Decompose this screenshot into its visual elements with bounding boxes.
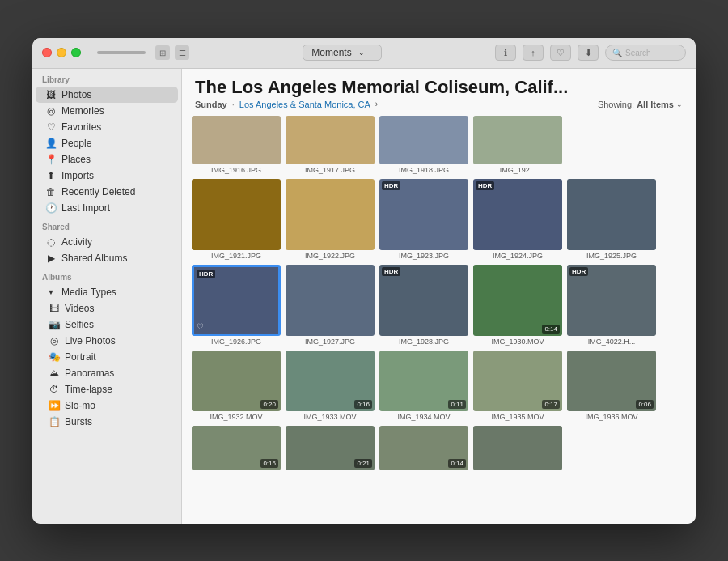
info-icon: ℹ (504, 48, 507, 58)
search-box[interactable]: 🔍 Search (605, 45, 686, 61)
showing-value[interactable]: All Items (637, 100, 674, 109)
photo-thumb[interactable]: HDR (473, 179, 562, 250)
shared-albums-icon: ▶ (45, 253, 57, 264)
photo-thumb[interactable] (473, 426, 562, 470)
sidebar-item-label: Media Types (61, 287, 116, 298)
sidebar-item-videos[interactable]: 🎞 Videos (36, 300, 178, 317)
heart-icon: ♡ (557, 48, 565, 58)
photo-thumb[interactable] (286, 265, 375, 336)
photo-label: IMG_1922.JPG (305, 252, 355, 260)
sidebar-item-selfies[interactable]: 📷 Selfies (36, 317, 178, 333)
import-button[interactable]: ⬇ (578, 45, 599, 61)
sidebar-item-people[interactable]: 👤 People (36, 135, 178, 151)
search-placeholder: Search (625, 49, 651, 57)
photo-thumb[interactable] (192, 116, 281, 164)
chevron-down-icon: ⌄ (358, 49, 365, 57)
photo-cell: HDR IMG_1924.JPG (473, 179, 562, 260)
photo-cell: IMG_1917.JPG (286, 116, 375, 174)
photo-thumb[interactable]: 0:14 (473, 265, 562, 336)
sidebar-item-activity[interactable]: ◌ Activity (36, 234, 178, 250)
sidebar-item-panoramas[interactable]: ⛰ Panoramas (36, 365, 178, 381)
info-button[interactable]: ℹ (495, 45, 516, 61)
panoramas-icon: ⛰ (49, 368, 60, 379)
sidebar-item-live-photos[interactable]: ◎ Live Photos (36, 333, 178, 349)
hdr-badge: HDR (476, 181, 494, 190)
photo-thumb[interactable]: 0:17 (473, 351, 562, 411)
sidebar-item-label: Live Photos (65, 335, 116, 346)
sidebar-item-favorites[interactable]: ♡ Favorites (36, 119, 178, 135)
photo-cell: HDR IMG_1923.JPG (379, 179, 468, 260)
photo-cell: 0:14 IMG_1930.MOV (473, 265, 562, 346)
photo-thumb[interactable] (192, 179, 281, 250)
albums-section-label: Albums (32, 266, 181, 284)
sidebar-item-imports[interactable]: ⬆ Imports (36, 168, 178, 184)
showing-label: Showing: (598, 100, 634, 109)
sidebar-item-places[interactable]: 📍 Places (36, 151, 178, 168)
moments-dropdown[interactable]: Moments ⌄ (303, 45, 381, 61)
zoom-slider[interactable] (97, 51, 146, 54)
main-subtitle: Sunday · Los Angeles & Santa Monica, CA … (195, 100, 683, 109)
close-button[interactable] (42, 48, 52, 57)
photo-thumb[interactable]: 0:16 (192, 426, 281, 470)
photo-thumb[interactable]: HDR (379, 265, 468, 336)
minimize-button[interactable] (57, 48, 66, 57)
photo-thumb[interactable]: HDR (567, 265, 656, 336)
sidebar-item-portrait[interactable]: 🎭 Portrait (36, 349, 178, 365)
photo-cell: 0:11 IMG_1934.MOV (379, 351, 468, 421)
photo-thumb[interactable]: 0:20 (192, 351, 281, 411)
people-icon: 👤 (45, 138, 57, 149)
subtitle-location[interactable]: Los Angeles & Santa Monica, CA (239, 100, 370, 109)
photo-thumb[interactable]: HDR (379, 179, 468, 250)
sidebar-item-bursts[interactable]: 📋 Bursts (36, 414, 178, 430)
favorite-button[interactable]: ♡ (550, 45, 571, 61)
photo-label: IMG_1927.JPG (305, 338, 355, 346)
photo-thumb[interactable]: 0:16 (286, 351, 375, 411)
photo-label: IMG_1923.JPG (399, 252, 449, 260)
photo-thumb[interactable]: 0:11 (379, 351, 468, 411)
photo-thumb[interactable] (286, 116, 375, 164)
grid-view-icon[interactable]: ⊞ (155, 45, 170, 60)
sidebar-item-label: Places (61, 154, 91, 165)
sidebar-item-recently-deleted[interactable]: 🗑 Recently Deleted (36, 184, 178, 200)
sidebar-item-label: Videos (65, 303, 94, 314)
share-icon: ↑ (531, 48, 535, 57)
sidebar-item-slo-mo[interactable]: ⏩ Slo-mo (36, 397, 178, 414)
sidebar-item-last-import[interactable]: 🕐 Last Import (36, 200, 178, 216)
photo-thumb[interactable] (379, 116, 468, 164)
sidebar-item-label: Portrait (65, 351, 96, 363)
photo-thumb[interactable]: 0:14 (379, 426, 468, 470)
sidebar-item-media-types[interactable]: ▼ Media Types (36, 284, 178, 300)
duration-badge: 0:21 (354, 459, 372, 468)
photo-thumb[interactable] (567, 179, 656, 250)
photo-thumb[interactable]: 0:06 (567, 351, 656, 411)
maximize-button[interactable] (71, 48, 81, 57)
sidebar-item-label: Imports (61, 170, 94, 181)
share-button[interactable]: ↑ (523, 45, 544, 61)
photo-cell: IMG_1918.JPG (379, 116, 468, 174)
duration-badge: 0:16 (260, 459, 278, 468)
photo-label: IMG_1928.JPG (399, 338, 449, 346)
photo-thumb[interactable] (286, 179, 375, 250)
sidebar-item-time-lapse[interactable]: ⏱ Time-lapse (36, 381, 178, 397)
photo-cell: 0:06 IMG_1936.MOV (567, 351, 656, 421)
sidebar-item-photos[interactable]: 🖼 Photos (36, 87, 178, 103)
photo-cell: 0:16 (192, 426, 281, 470)
photo-thumb[interactable] (473, 116, 562, 164)
sidebar-item-label: Memories (61, 105, 104, 117)
main-area: The Los Angeles Memorial Coliseum, Calif… (182, 69, 696, 524)
list-view-icon[interactable]: ☰ (175, 45, 189, 60)
photo-thumb-selected[interactable]: HDR ♡ (192, 265, 281, 336)
photo-cell: 0:21 (286, 426, 375, 470)
duration-badge: 0:06 (636, 400, 654, 409)
photos-window: ⊞ ☰ Moments ⌄ ℹ ↑ ♡ ⬇ 🔍 Search (32, 38, 696, 524)
sidebar-item-shared-albums[interactable]: ▶ Shared Albums (36, 250, 178, 266)
sidebar-item-memories[interactable]: ◎ Memories (36, 103, 178, 119)
photo-row: 0:16 0:21 0:14 (192, 426, 686, 470)
chevron-down-icon: ⌄ (676, 100, 683, 108)
photo-label: IMG_1930.MOV (491, 338, 544, 346)
photo-label: IMG_4022.H... (588, 338, 636, 346)
photo-thumb[interactable]: 0:21 (286, 426, 375, 470)
view-icons: ⊞ ☰ (155, 45, 189, 60)
photo-cell: IMG_1916.JPG (192, 116, 281, 174)
photo-grid: IMG_1916.JPG IMG_1917.JPG IMG_1918.JPG I… (182, 113, 696, 524)
